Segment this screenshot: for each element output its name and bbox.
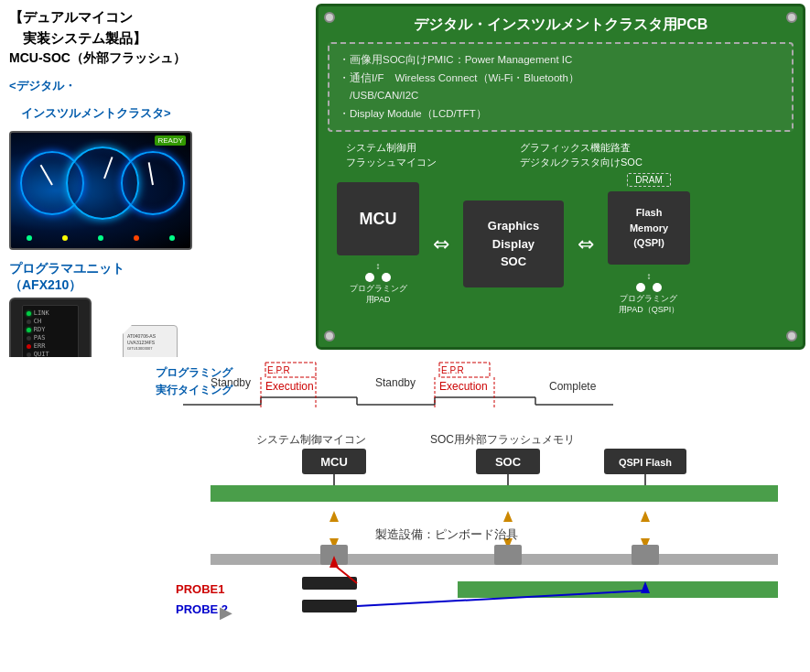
svg-marker-33 — [641, 511, 650, 522]
arrow-to-flash: ⇔ — [578, 233, 594, 256]
pad-dot — [653, 283, 662, 292]
led-panel: LINK CH RDY PAS ERR QUIT — [22, 305, 79, 363]
mcu-with-pads: MCU ↕ プログラミング用PAD — [337, 182, 419, 305]
pad-qspi: ↕ プログラミング用PAD（QSPI） — [619, 271, 679, 315]
probe-arrow: ▶ — [220, 602, 232, 623]
corner-dot-bl — [324, 331, 335, 341]
pcb-dashed-text: ・画像用SOC向けPMIC：Power Management IC ・通信I/F… — [339, 51, 783, 123]
pcb-dashed-box: ・画像用SOC向けPMIC：Power Management IC ・通信I/F… — [328, 42, 794, 132]
svg-text:Standby: Standby — [375, 376, 416, 389]
svg-text:Execution: Execution — [439, 380, 488, 393]
pad-label-mcu: プログラミング用PAD — [350, 284, 407, 305]
pad-arrow-qspi: ↕ — [646, 271, 651, 281]
timing-label: プログラミング 実行タイミング — [156, 364, 232, 399]
svg-rect-28 — [211, 485, 778, 502]
pad-dots-mcu — [365, 273, 391, 282]
timing-diagram-svg: Standby E.P.R Execution Standby E.P.R Ex… — [156, 357, 796, 430]
corner-dot-tl — [324, 12, 335, 23]
title-line1: 【デュアルマイコン — [9, 7, 307, 28]
dram-flash-col: DRAM FlashMemory(QSPI) ↕ プログラミング用PAD（QSP… — [608, 173, 690, 315]
cluster-image: READY — [9, 131, 192, 250]
pcb-board: デジタル・インスツルメントクラスタ用PCB ・画像用SOC向けPMIC：Powe… — [316, 4, 805, 350]
svg-rect-38 — [494, 545, 522, 565]
sdcard-text: AT040706-AS UVA31234FS GITU13003007 — [127, 333, 156, 352]
svg-text:Complete: Complete — [549, 380, 597, 393]
svg-text:Execution: Execution — [265, 380, 314, 393]
pad-dot — [365, 273, 374, 282]
pad-label-qspi: プログラミング用PAD（QSPI） — [619, 294, 679, 315]
svg-text:製造設備：ピンボード治具: 製造設備：ピンボード治具 — [375, 527, 518, 541]
pad-dot — [636, 283, 645, 292]
svg-marker-31 — [503, 511, 513, 522]
cluster-title1: <デジタル・ — [9, 77, 307, 95]
pad-dots-qspi — [636, 283, 662, 292]
soc-with-pads: GraphicsDisplaySOC — [463, 201, 564, 287]
pcb-title: デジタル・インスツルメントクラスタ用PCB — [328, 16, 794, 35]
chip-soc: GraphicsDisplaySOC — [463, 201, 564, 287]
svg-text:MCU: MCU — [320, 455, 348, 469]
pcb-chips-row: MCU ↕ プログラミング用PAD ⇔ GraphicsDisplaySOC ⇔… — [328, 173, 794, 315]
svg-text:QSPI Flash: QSPI Flash — [619, 457, 672, 468]
mcu-section-label: システム制御マイコン — [256, 432, 366, 448]
corner-dot-br — [786, 331, 797, 341]
dram-label: DRAM — [627, 173, 670, 187]
pcb-label-row: システム制御用フラッシュマイコン グラフィックス機能路査デジタルクラスタ向けSO… — [328, 141, 794, 169]
pad-dot — [382, 273, 391, 282]
chip-mcu: MCU — [337, 182, 419, 255]
label-mcu-text: システム制御用フラッシュマイコン — [346, 141, 465, 169]
cluster-title2: インスツルメントクラスタ> — [9, 104, 307, 123]
svg-rect-41 — [302, 577, 357, 590]
title-line2: 実装システム製品】 — [9, 28, 307, 49]
svg-rect-40 — [458, 581, 778, 598]
label-soc-text: グラフィックス機能路査デジタルクラスタ向けSOC — [520, 141, 643, 169]
pad-mcu: ↕ プログラミング用PAD — [350, 261, 407, 305]
soc-flash-label: SOC用外部フラッシュメモリ — [430, 432, 575, 448]
svg-text:E.P.R: E.P.R — [267, 365, 290, 375]
gauge-right — [121, 151, 185, 215]
bottom-area: Standby E.P.R Execution Standby E.P.R Ex… — [0, 357, 810, 672]
programmer-label: プログラマユニット （AFX210） — [9, 261, 307, 294]
status-line — [11, 235, 190, 241]
title-block: 【デュアルマイコン 実装システム製品】 MCU-SOC（外部フラッシュ） <デジ… — [0, 0, 316, 125]
pad-arrow-mcu: ↕ — [376, 261, 381, 271]
svg-rect-39 — [632, 545, 659, 565]
bottom-board-svg: MCU SOC QSPI Flash 製造設備：ピンボード治具 — [211, 449, 787, 668]
svg-marker-29 — [329, 511, 339, 522]
svg-text:E.P.R: E.P.R — [441, 365, 464, 375]
svg-rect-44 — [302, 600, 357, 612]
arrow-to-soc: ⇔ — [433, 233, 449, 256]
svg-text:SOC: SOC — [495, 455, 522, 469]
ready-badge: READY — [155, 135, 186, 146]
title-line3: MCU-SOC（外部フラッシュ） — [9, 49, 307, 68]
chip-flash: FlashMemory(QSPI) — [608, 191, 690, 265]
probe1-label: PROBE1 — [176, 582, 224, 596]
corner-dot-tr — [786, 12, 797, 23]
